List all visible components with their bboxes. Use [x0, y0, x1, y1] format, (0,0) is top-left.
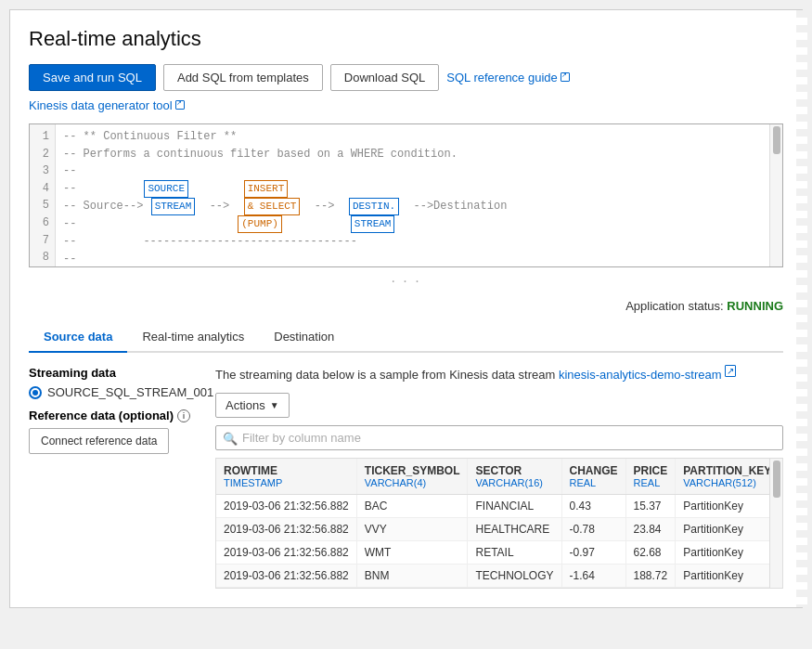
sidebar: Streaming data SOURCE_SQL_STREAM_001 Ref…: [29, 366, 200, 589]
tabs-bar: Source data Real-time analytics Destinat…: [29, 322, 783, 353]
col-ticker: TICKER_SYMBOL VARCHAR(4): [356, 459, 468, 495]
table-cell: PartitionKey: [676, 541, 780, 565]
stream-name: SOURCE_SQL_STREAM_001: [47, 385, 213, 399]
table-cell: PartitionKey: [676, 495, 780, 518]
actions-bar: Actions ▼: [215, 393, 783, 418]
reference-guide-link[interactable]: SQL reference guide: [446, 71, 569, 84]
table-scrollbar[interactable]: [769, 459, 782, 588]
save-run-button[interactable]: Save and run SQL: [29, 64, 156, 91]
kinesis-tool-link[interactable]: Kinesis data generator tool: [29, 98, 185, 112]
filter-input-wrap: 🔍: [215, 425, 783, 450]
table-cell: WMT: [356, 541, 468, 565]
table-cell: HEALTHCARE: [468, 518, 561, 541]
page-container: Real-time analytics Save and run SQL Add…: [9, 9, 803, 608]
table-cell: 2019-03-06 21:32:56.882: [216, 565, 356, 588]
data-table: ROWTIME TIMESTAMP TICKER_SYMBOL VARCHAR(…: [216, 459, 783, 588]
data-table-wrap: ROWTIME TIMESTAMP TICKER_SYMBOL VARCHAR(…: [215, 458, 783, 589]
table-header-row: ROWTIME TIMESTAMP TICKER_SYMBOL VARCHAR(…: [216, 459, 783, 495]
editor-scrollbar-thumb[interactable]: [773, 126, 780, 154]
table-cell: -0.78: [561, 518, 625, 541]
table-cell: VVY: [356, 518, 468, 541]
stream-external-icon: ↗: [725, 365, 736, 377]
app-status-bar: Application status: RUNNING: [29, 299, 783, 313]
table-body: 2019-03-06 21:32:56.882BACFINANCIAL0.431…: [216, 495, 783, 588]
reference-label: Reference data (optional) i: [29, 409, 200, 422]
reference-section: Reference data (optional) i Connect refe…: [29, 409, 200, 454]
table-cell: PartitionKey: [676, 518, 780, 541]
col-sector: SECTOR VARCHAR(16): [468, 459, 561, 495]
table-cell: 2019-03-06 21:32:56.882: [216, 518, 356, 541]
stream-link[interactable]: kinesis-analytics-demo-stream ↗: [559, 368, 736, 382]
content-area: Streaming data SOURCE_SQL_STREAM_001 Ref…: [29, 366, 783, 589]
table-cell: 188.72: [625, 565, 676, 588]
col-rowtime: ROWTIME TIMESTAMP: [216, 459, 356, 495]
info-icon[interactable]: i: [177, 409, 190, 422]
table-cell: TECHNOLOGY: [468, 565, 561, 588]
table-cell: -1.64: [561, 565, 625, 588]
table-row: 2019-03-06 21:32:56.882WMTRETAIL-0.9762.…: [216, 541, 783, 565]
line-numbers: 1234567891011121314: [30, 124, 56, 266]
table-cell: PartitionKey: [676, 565, 780, 588]
code-content[interactable]: -- ** Continuous Filter ** -- Performs a…: [56, 124, 782, 266]
stream-item: SOURCE_SQL_STREAM_001: [29, 385, 200, 399]
table-cell: 2019-03-06 21:32:56.882: [216, 541, 356, 565]
external-link-icon: [561, 72, 570, 82]
table-cell: BNM: [356, 565, 468, 588]
status-value: RUNNING: [727, 299, 783, 313]
tab-source-data[interactable]: Source data: [29, 322, 127, 353]
stream-radio[interactable]: [29, 386, 42, 399]
actions-caret-icon: ▼: [270, 400, 279, 410]
editor-scrollbar[interactable]: [769, 124, 782, 266]
tab-destination[interactable]: Destination: [259, 322, 349, 353]
table-cell: RETAIL: [468, 541, 561, 565]
table-row: 2019-03-06 21:32:56.882BNMTECHNOLOGY-1.6…: [216, 565, 783, 588]
table-cell: 23.84: [625, 518, 676, 541]
table-cell: 2019-03-06 21:32:56.882: [216, 495, 356, 518]
filter-input[interactable]: [215, 425, 783, 450]
kinesis-tool-row: Kinesis data generator tool: [29, 98, 783, 112]
scroll-indicator: · · ·: [29, 271, 783, 292]
actions-button[interactable]: Actions ▼: [215, 393, 290, 418]
table-cell: BAC: [356, 495, 468, 518]
page-title: Real-time analytics: [29, 27, 783, 51]
tab-realtime-analytics[interactable]: Real-time analytics: [127, 322, 259, 353]
table-cell: 62.68: [625, 541, 676, 565]
download-button[interactable]: Download SQL: [330, 64, 439, 91]
table-cell: -0.97: [561, 541, 625, 565]
table-cell: 15.37: [625, 495, 676, 518]
add-templates-button[interactable]: Add SQL from templates: [163, 64, 323, 91]
stream-info: The streaming data below is a sample fro…: [215, 366, 783, 382]
code-editor[interactable]: 1234567891011121314 -- ** Continuous Fil…: [29, 123, 783, 267]
table-cell: 0.43: [561, 495, 625, 518]
table-row: 2019-03-06 21:32:56.882VVYHEALTHCARE-0.7…: [216, 518, 783, 541]
connect-reference-button[interactable]: Connect reference data: [29, 428, 169, 454]
table-scrollbar-thumb[interactable]: [773, 461, 780, 498]
search-icon: 🔍: [223, 431, 238, 445]
col-partition-key: PARTITION_KEY VARCHAR(512): [676, 459, 780, 495]
table-row: 2019-03-06 21:32:56.882BACFINANCIAL0.431…: [216, 495, 783, 518]
col-price: PRICE REAL: [625, 459, 676, 495]
col-change: CHANGE REAL: [561, 459, 625, 495]
table-cell: FINANCIAL: [468, 495, 561, 518]
toolbar: Save and run SQL Add SQL from templates …: [29, 64, 783, 91]
kinesis-external-icon: [175, 100, 185, 110]
streaming-data-title: Streaming data: [29, 366, 200, 380]
main-content: The streaming data below is a sample fro…: [215, 366, 783, 589]
